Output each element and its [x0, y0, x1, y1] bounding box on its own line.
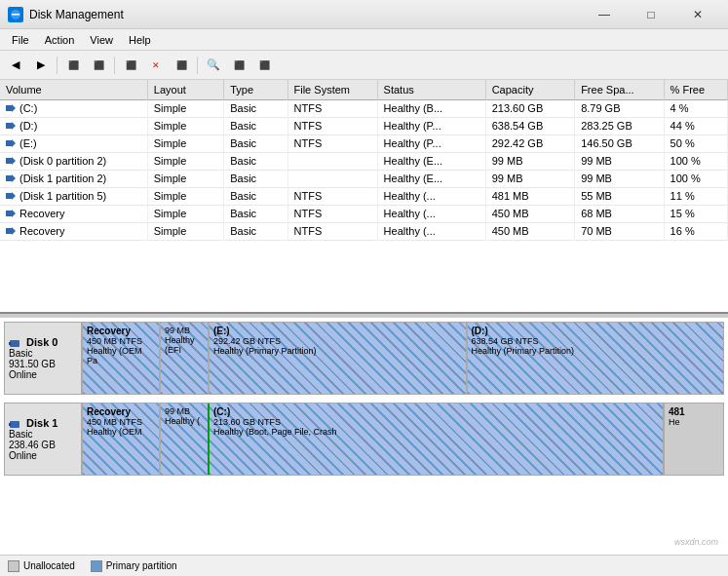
toolbar-btn-7[interactable]: ⬛: [252, 55, 276, 76]
col-filesystem[interactable]: File System: [287, 80, 377, 99]
cell-status: Healthy (E...: [377, 170, 485, 187]
cell-type: Basic: [224, 187, 287, 205]
cell-fs: [287, 152, 377, 170]
disk0-part2-size: 292.42 GB NTFS: [213, 336, 462, 346]
toolbar-btn-1[interactable]: ⬛: [61, 55, 85, 76]
cell-free: 283.25 GB: [575, 117, 664, 134]
disk-1-row: Disk 1 Basic 238.46 GB Online Recovery 4…: [4, 403, 724, 476]
disk-1-partition-efi[interactable]: 99 MB Healthy (: [161, 403, 210, 475]
cell-status: Healthy (E...: [377, 152, 485, 170]
cell-volume: Recovery: [0, 222, 147, 240]
table-scroll[interactable]: Volume Layout Type File System Status Ca…: [0, 80, 728, 241]
disk-1-partitions: Recovery 450 MB NTFS Healthy (OEM 99 MB …: [83, 403, 723, 475]
disk1-part3-name: 481: [669, 406, 719, 417]
cell-free: 99 MB: [575, 152, 664, 170]
disk1-part3-status: He: [669, 417, 719, 427]
cell-layout: Simple: [147, 134, 223, 152]
legend-primary-label: Primary partition: [106, 560, 177, 571]
cell-pct: 15 %: [664, 205, 727, 222]
svg-marker-8: [6, 210, 16, 217]
svg-rect-10: [10, 340, 19, 347]
toolbar-separator-1: [57, 57, 57, 74]
forward-button[interactable]: ▶: [29, 55, 53, 76]
watermark: wsxdn.com: [674, 537, 718, 547]
cell-status: Healthy (...: [377, 187, 485, 205]
disk1-part2-status: Healthy (Boot, Page File, Crash: [213, 427, 659, 437]
toolbar-btn-3[interactable]: ⬛: [119, 55, 142, 76]
table-row[interactable]: (Disk 1 partition 2) Simple Basic Health…: [0, 170, 728, 187]
cell-layout: Simple: [147, 187, 223, 205]
svg-marker-9: [6, 227, 16, 235]
minimize-button[interactable]: —: [582, 5, 627, 24]
back-button[interactable]: ◀: [4, 55, 27, 76]
cell-fs: NTFS: [287, 187, 377, 205]
disk-0-partition-e[interactable]: (E:) 292.42 GB NTFS Healthy (Primary Par…: [210, 323, 468, 394]
col-status[interactable]: Status: [377, 80, 485, 99]
table-row[interactable]: (E:) Simple Basic NTFS Healthy (P... 292…: [0, 134, 728, 152]
disk-1-partition-recovery[interactable]: Recovery 450 MB NTFS Healthy (OEM: [83, 403, 161, 475]
cell-volume: (Disk 1 partition 5): [0, 187, 147, 205]
disk-area: Disk 0 Basic 931.50 GB Online Recovery 4…: [0, 318, 728, 576]
disk-1-type: Basic: [9, 429, 77, 440]
cell-type: Basic: [224, 117, 287, 134]
col-freespace[interactable]: Free Spa...: [575, 80, 664, 99]
disk0-part2-name: (E:): [213, 326, 462, 336]
svg-marker-7: [6, 192, 16, 200]
disk-1-status: Online: [9, 450, 77, 461]
toolbar-btn-2[interactable]: ⬛: [87, 55, 110, 76]
menu-action[interactable]: Action: [37, 32, 83, 48]
svg-rect-13: [9, 423, 11, 426]
disk0-part0-size: 450 MB NTFS: [87, 336, 155, 346]
cell-type: Basic: [224, 222, 287, 240]
table-row[interactable]: Recovery Simple Basic NTFS Healthy (... …: [0, 222, 728, 240]
maximize-button[interactable]: □: [629, 5, 673, 24]
table-header: Volume Layout Type File System Status Ca…: [0, 80, 728, 99]
col-type[interactable]: Type: [224, 80, 287, 99]
menu-view[interactable]: View: [82, 32, 121, 48]
svg-rect-11: [9, 342, 11, 345]
cell-free: 68 MB: [575, 205, 664, 222]
toolbar-btn-4[interactable]: ✕: [144, 55, 168, 76]
table-row[interactable]: (C:) Simple Basic NTFS Healthy (B... 213…: [0, 99, 728, 117]
toolbar-separator-2: [114, 57, 115, 74]
disk0-part3-name: (D:): [472, 326, 720, 336]
disk-1-label: Disk 1 Basic 238.46 GB Online: [5, 403, 83, 475]
disk-0-partition-efi[interactable]: 99 MB Healthy (EFI: [161, 323, 210, 394]
disk-0-partition-d[interactable]: (D:) 638.54 GB NTFS Healthy (Primary Par…: [468, 323, 724, 394]
cell-pct: 4 %: [664, 99, 727, 117]
col-volume[interactable]: Volume: [0, 80, 147, 99]
toolbar-btn-6[interactable]: ⬛: [227, 55, 250, 76]
table-row[interactable]: Recovery Simple Basic NTFS Healthy (... …: [0, 205, 728, 222]
toolbar-btn-5[interactable]: ⬛: [170, 55, 193, 76]
cell-capacity: 213.60 GB: [485, 99, 574, 117]
cell-capacity: 481 MB: [485, 187, 574, 205]
svg-marker-5: [6, 157, 16, 165]
legend-unalloc-label: Unallocated: [23, 560, 75, 571]
close-button[interactable]: ✕: [675, 5, 720, 24]
table-row[interactable]: (Disk 1 partition 5) Simple Basic NTFS H…: [0, 187, 728, 205]
cell-status: Healthy (...: [377, 205, 485, 222]
disk0-part3-status: Healthy (Primary Partition): [472, 346, 720, 356]
table-body: (C:) Simple Basic NTFS Healthy (B... 213…: [0, 99, 728, 240]
disk-0-partition-recovery[interactable]: Recovery 450 MB NTFS Healthy (OEM Pa: [83, 323, 161, 394]
col-capacity[interactable]: Capacity: [485, 80, 574, 99]
app-icon: [8, 7, 23, 22]
cell-pct: 100 %: [664, 152, 727, 170]
search-button[interactable]: 🔍: [202, 55, 225, 76]
table-row[interactable]: (D:) Simple Basic NTFS Healthy (P... 638…: [0, 117, 728, 134]
table-row[interactable]: (Disk 0 partition 2) Simple Basic Health…: [0, 152, 728, 170]
cell-layout: Simple: [147, 222, 223, 240]
col-pctfree[interactable]: % Free: [664, 80, 727, 99]
col-layout[interactable]: Layout: [147, 80, 223, 99]
disk1-part0-status: Healthy (OEM: [87, 427, 155, 437]
cell-type: Basic: [224, 205, 287, 222]
disk0-part1-status: Healthy (EFI: [165, 335, 204, 355]
disk-1-partition-extra[interactable]: 481 He: [665, 403, 723, 475]
disk-0-name: Disk 0: [9, 336, 77, 348]
cell-free: 146.50 GB: [575, 134, 664, 152]
title-bar: Disk Management — □ ✕: [0, 0, 728, 29]
menu-file[interactable]: File: [4, 32, 37, 48]
menu-help[interactable]: Help: [121, 32, 159, 48]
disk-1-partition-c[interactable]: (C:) 213.60 GB NTFS Healthy (Boot, Page …: [210, 403, 665, 475]
cell-capacity: 99 MB: [485, 170, 574, 187]
